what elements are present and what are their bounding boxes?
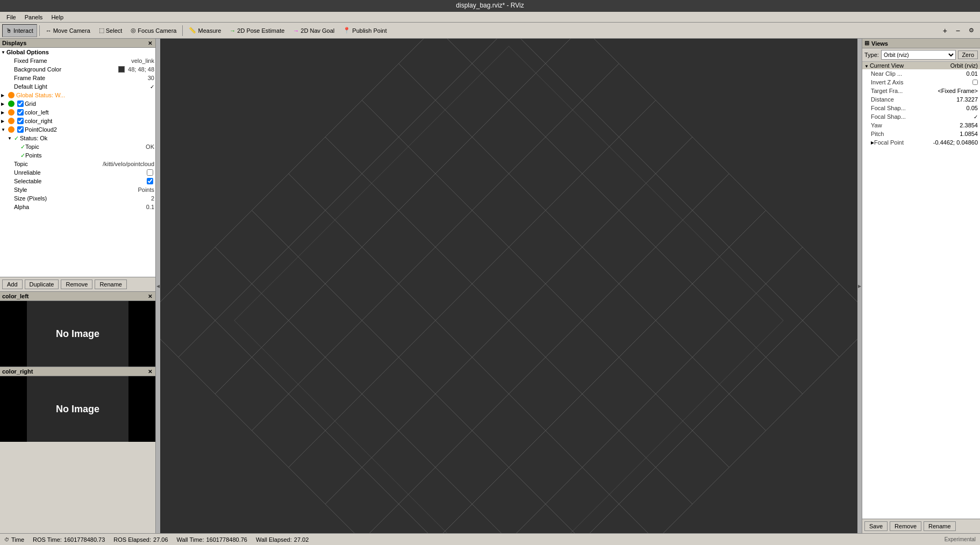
- pointcloud2-item[interactable]: PointCloud2: [0, 125, 155, 134]
- type-label: Type:: [864, 52, 879, 58]
- color-left-checkbox[interactable]: [17, 109, 24, 116]
- global-options-item[interactable]: Global Options: [0, 48, 155, 56]
- color-right-checkbox[interactable]: [17, 118, 24, 124]
- ros-elapsed-section: ROS Elapsed: 27.06: [113, 536, 168, 543]
- target-frame-property[interactable]: Target Fra... <Fixed Frame>: [862, 87, 980, 95]
- focus-camera-icon: ◎: [131, 27, 136, 34]
- color-right-icon: [8, 118, 15, 124]
- pitch-property[interactable]: Pitch 1.0854: [862, 130, 980, 138]
- left-collapse-handle[interactable]: ◀: [156, 39, 160, 533]
- color-left-no-image-text: No Image: [56, 328, 99, 340]
- color-right-arrow[interactable]: [1, 119, 6, 124]
- add-button[interactable]: Add: [2, 279, 23, 289]
- focal-shape2-property[interactable]: Focal Shap... ✓: [862, 112, 980, 121]
- status-topic-check: ✓: [20, 144, 25, 150]
- rename-button[interactable]: Rename: [95, 279, 127, 289]
- views-rename-button[interactable]: Rename: [924, 521, 956, 531]
- pointcloud2-size-item[interactable]: Size (Pixels) 2: [0, 194, 155, 203]
- status-points-item: ✓ Points: [0, 151, 155, 160]
- svg-line-19: [435, 247, 803, 533]
- color-left-close-button[interactable]: ✕: [147, 293, 153, 299]
- invert-z-checkbox[interactable]: [972, 80, 978, 85]
- wall-time-value: 1601778480.76: [206, 536, 247, 543]
- color-left-black-bar: [0, 301, 27, 367]
- views-save-button[interactable]: Save: [864, 521, 888, 531]
- menu-panels[interactable]: Panels: [20, 14, 47, 20]
- global-status-icon: [8, 92, 15, 98]
- color-right-black-bar: [0, 376, 27, 442]
- current-view-type: Orbit (rviz): [950, 62, 978, 69]
- fixed-frame-item[interactable]: Fixed Frame velo_link: [0, 56, 155, 65]
- pointcloud2-alpha-item[interactable]: Alpha 0.1: [0, 203, 155, 211]
- invert-z-property[interactable]: Invert Z Axis: [862, 78, 980, 87]
- pose-estimate-button[interactable]: → 2D Pose Estimate: [226, 24, 288, 37]
- svg-line-0: [509, 39, 858, 320]
- measure-icon: 📏: [189, 27, 196, 34]
- remove-button[interactable]: Remove: [61, 279, 92, 289]
- ros-time-value: 1601778480.73: [64, 536, 105, 543]
- focal-point-property[interactable]: Focal Point -0.4462; 0.04860: [862, 138, 980, 147]
- selectable-checkbox[interactable]: [147, 178, 153, 184]
- viewport[interactable]: [160, 39, 857, 533]
- unreliable-checkbox[interactable]: [147, 169, 153, 176]
- status-topic-item: ✓ Topic OK: [0, 142, 155, 151]
- views-header: ⊞ Views: [862, 39, 980, 48]
- views-type-select[interactable]: Orbit (rviz): [881, 50, 956, 60]
- add-axis-button[interactable]: +: [939, 24, 951, 37]
- time-label: Time: [11, 536, 24, 543]
- global-options-arrow[interactable]: [1, 50, 6, 55]
- settings-button[interactable]: ⚙: [965, 24, 978, 37]
- right-collapse-handle[interactable]: ▶: [857, 39, 862, 533]
- duplicate-button[interactable]: Duplicate: [25, 279, 59, 289]
- focus-camera-button[interactable]: ◎ Focus Camera: [127, 24, 180, 37]
- displays-panel: Displays ✕ Global Options Fixed Frame ve…: [0, 39, 155, 291]
- right-panel: ⊞ Views Type: Orbit (rviz) Zero Current …: [862, 39, 980, 533]
- nav-goal-button[interactable]: → 2D Nav Goal: [289, 24, 338, 37]
- distance-property[interactable]: Distance 17.3227: [862, 95, 980, 104]
- publish-point-button[interactable]: 📍 Publish Point: [339, 24, 390, 37]
- current-view-arrow[interactable]: [864, 62, 869, 69]
- status-ok-item[interactable]: ✓ Status: Ok: [0, 134, 155, 142]
- pointcloud2-unreliable-item[interactable]: Unreliable: [0, 168, 155, 177]
- views-remove-button[interactable]: Remove: [890, 521, 921, 531]
- yaw-property[interactable]: Yaw 2.3854: [862, 121, 980, 130]
- pointcloud2-icon: [8, 126, 15, 133]
- frame-rate-item[interactable]: Frame Rate 30: [0, 74, 155, 82]
- svg-marker-23: [234, 46, 783, 533]
- title-bar: display_bag.rviz* - RViz: [0, 0, 980, 12]
- near-clip-property[interactable]: Near Clip ... 0.01: [862, 69, 980, 78]
- pointcloud2-arrow[interactable]: [1, 127, 6, 132]
- grid-item[interactable]: Grid: [0, 99, 155, 108]
- remove-axis-button[interactable]: −: [952, 24, 964, 37]
- focal-shape1-property[interactable]: Focal Shap... 0.05: [862, 104, 980, 112]
- color-left-arrow[interactable]: [1, 110, 6, 115]
- current-view-section[interactable]: Current View Orbit (rviz): [862, 62, 980, 69]
- global-status-item[interactable]: Global Status: W...: [0, 91, 155, 99]
- move-camera-button[interactable]: ↔ Move Camera: [42, 24, 94, 37]
- color-right-close-button[interactable]: ✕: [147, 369, 153, 375]
- grid-checkbox[interactable]: [17, 101, 24, 107]
- pointcloud2-style-item[interactable]: Style Points: [0, 185, 155, 194]
- default-light-item[interactable]: Default Light ✓: [0, 82, 155, 91]
- color-left-item[interactable]: color_left: [0, 108, 155, 117]
- measure-button[interactable]: 📏 Measure: [185, 24, 225, 37]
- menu-file[interactable]: File: [2, 14, 20, 20]
- background-color-item[interactable]: Background Color 48; 48; 48: [0, 65, 155, 74]
- color-right-panel: color_right ✕ No Image: [0, 367, 155, 442]
- zero-button[interactable]: Zero: [958, 51, 978, 59]
- pointcloud2-checkbox[interactable]: [17, 126, 24, 133]
- status-ok-arrow[interactable]: [8, 136, 13, 141]
- pointcloud2-selectable-item[interactable]: Selectable: [0, 177, 155, 185]
- menu-help[interactable]: Help: [47, 14, 68, 20]
- color-right-item[interactable]: color_right: [0, 117, 155, 125]
- interact-button[interactable]: 🖱 Interact: [2, 24, 37, 37]
- displays-header: Displays ✕: [0, 39, 155, 48]
- move-camera-icon: ↔: [46, 27, 52, 34]
- displays-close-button[interactable]: ✕: [147, 40, 153, 46]
- pointcloud2-topic-item[interactable]: Topic /kitti/velo/pointcloud: [0, 160, 155, 168]
- grid-arrow[interactable]: [1, 102, 6, 106]
- global-status-arrow[interactable]: [1, 93, 6, 98]
- color-left-panel: color_left ✕ No Image: [0, 291, 155, 367]
- experimental-label: Experimental: [945, 536, 976, 542]
- select-button[interactable]: ⬚ Select: [95, 24, 126, 37]
